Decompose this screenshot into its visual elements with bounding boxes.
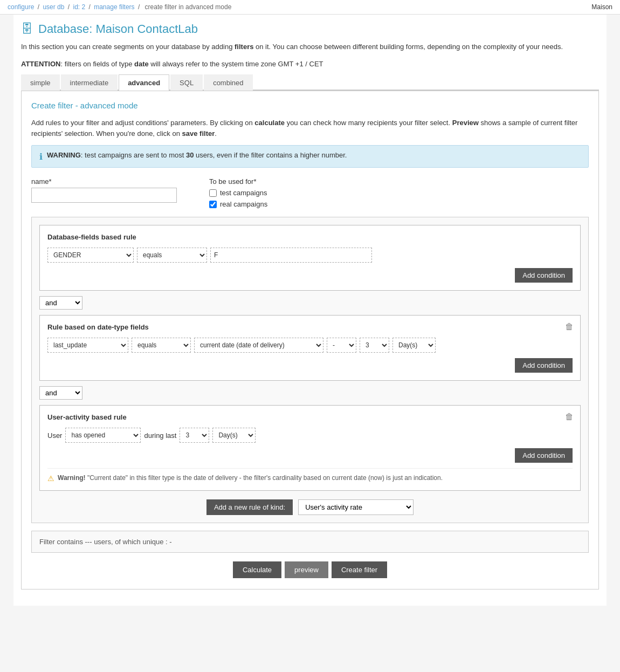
warning-icon: ⚠ <box>47 474 54 483</box>
warning-label-text: Warning! "Current date" in this filter t… <box>58 474 443 482</box>
filter-section-title: Create filter - advanced mode <box>31 101 589 110</box>
page-header: 🗄 Database: Maison ContactLab <box>21 22 599 36</box>
real-campaigns-checkbox[interactable] <box>209 201 217 208</box>
breadcrumb-id[interactable]: id: 2 <box>73 3 85 11</box>
action-buttons: Calculate preview Create filter <box>31 561 589 578</box>
tab-simple[interactable]: simple <box>21 74 60 91</box>
rules-container: Database-fields based rule GENDER EMAIL … <box>31 217 589 523</box>
page-title: Database: Maison ContactLab <box>38 22 198 36</box>
rule1-row: GENDER EMAIL FIRSTNAME LASTNAME AGE equa… <box>47 248 573 263</box>
tab-sql[interactable]: SQL <box>170 74 203 91</box>
add-new-rule-select[interactable]: User's activity rate Database-fields bas… <box>298 499 414 515</box>
breadcrumb-current: create filter in advanced mode <box>145 3 232 11</box>
rule2-delete-icon[interactable]: 🗑 <box>565 322 574 332</box>
rule3-number-select[interactable]: 1 2 3 4 5 <box>180 428 209 443</box>
filter-info-text: Add rules to your filter and adjust cond… <box>31 118 589 140</box>
rule3-row: User has opened has not opened has click… <box>47 428 573 443</box>
rule2-sign-select[interactable]: - + <box>327 338 356 353</box>
to-be-used-group: To be used for* test campaigns real camp… <box>209 177 267 208</box>
attention-text: ATTENTION: filters on fields of type dat… <box>21 60 599 68</box>
connector2-select[interactable]: and or <box>39 386 82 400</box>
top-nav: configure / user db / id: 2 / manage fil… <box>0 0 620 15</box>
rule3-activity-select[interactable]: has opened has not opened has clicked ha… <box>65 428 141 443</box>
rule1-field-select[interactable]: GENDER EMAIL FIRSTNAME LASTNAME AGE <box>47 248 134 263</box>
create-filter-button[interactable]: Create filter <box>332 561 387 578</box>
test-campaigns-checkbox[interactable] <box>209 189 217 197</box>
breadcrumb: configure / user db / id: 2 / manage fil… <box>8 3 233 11</box>
rule3-add-condition-button[interactable]: Add condition <box>515 448 573 463</box>
during-label: during last <box>144 431 176 440</box>
breadcrumb-manage-filters[interactable]: manage filters <box>94 3 134 11</box>
page-description: In this section you can create segments … <box>21 42 599 52</box>
rule2-row: last_update created_at birth_date equals… <box>47 338 573 353</box>
real-campaigns-row: real campaigns <box>209 200 267 208</box>
rule3-unit-select[interactable]: Day(s) Week(s) Month(s) <box>212 428 256 443</box>
rule3-warning: ⚠ Warning! "Current date" in this filter… <box>47 468 573 483</box>
rule1-title: Database-fields based rule <box>47 233 573 241</box>
rule2-operator-select[interactable]: equals before after between <box>132 338 191 353</box>
connector-1: and or <box>39 296 581 310</box>
user-label: User <box>47 431 62 440</box>
rule3-title: User-activity based rule <box>47 413 573 421</box>
rule2-clearfix: Add condition <box>47 353 573 373</box>
add-new-rule-row: Add a new rule of kind: User's activity … <box>39 499 581 515</box>
rule2-add-condition-button[interactable]: Add condition <box>515 358 573 373</box>
name-label: name* <box>31 177 177 186</box>
rule-block-2: 🗑 Rule based on date-type fields last_up… <box>39 315 581 381</box>
rule2-unit-select[interactable]: Day(s) Week(s) Month(s) Year(s) <box>392 338 436 353</box>
filter-footer: Filter contains --- users, of which uniq… <box>31 531 589 553</box>
rule-block-3: 🗑 User-activity based rule User has open… <box>39 405 581 491</box>
connector1-select[interactable]: and or <box>39 296 82 310</box>
filter-section: Create filter - advanced mode Add rules … <box>21 91 599 590</box>
test-campaigns-row: test campaigns <box>209 189 267 197</box>
rule2-number-select[interactable]: 1 2 3 4 5 <box>360 338 389 353</box>
connector-2: and or <box>39 386 581 400</box>
rule1-add-condition-button[interactable]: Add condition <box>515 268 573 283</box>
rule2-title: Rule based on date-type fields <box>47 323 573 331</box>
add-new-rule-button[interactable]: Add a new rule of kind: <box>206 499 293 515</box>
real-campaigns-label[interactable]: real campaigns <box>220 200 267 208</box>
breadcrumb-userdb[interactable]: user db <box>43 3 64 11</box>
user-label: Maison <box>591 3 612 11</box>
warning-box: ℹ WARNING: test campaigns are sent to mo… <box>31 145 589 168</box>
calculate-button[interactable]: Calculate <box>233 561 281 578</box>
rule1-operator-select[interactable]: equals not equals contains starts with e… <box>137 248 207 263</box>
rule2-date-ref-select[interactable]: current date (date of delivery) specific… <box>194 338 323 353</box>
tab-combined[interactable]: combined <box>204 74 252 91</box>
name-field-group: name* <box>31 177 177 203</box>
name-input[interactable] <box>31 188 177 203</box>
breadcrumb-configure[interactable]: configure <box>8 3 34 11</box>
rule2-field-select[interactable]: last_update created_at birth_date <box>47 338 128 353</box>
rule1-value-input[interactable] <box>210 248 372 263</box>
to-be-used-label: To be used for* <box>209 177 267 186</box>
database-icon: 🗄 <box>21 22 33 36</box>
form-row-top: name* To be used for* test campaigns rea… <box>31 177 589 208</box>
rule3-clearfix: Add condition <box>47 443 573 463</box>
rule1-clearfix: Add condition <box>47 263 573 283</box>
info-icon: ℹ <box>39 152 43 162</box>
rule3-delete-icon[interactable]: 🗑 <box>565 412 574 422</box>
test-campaigns-label[interactable]: test campaigns <box>220 189 267 197</box>
rule-block-1: Database-fields based rule GENDER EMAIL … <box>39 225 581 291</box>
preview-button[interactable]: preview <box>285 561 328 578</box>
tab-bar: simple intermediate advanced SQL combine… <box>21 74 599 91</box>
warning-text: WARNING: test campaigns are sent to most… <box>47 151 347 159</box>
tab-intermediate[interactable]: intermediate <box>61 74 118 91</box>
tab-advanced[interactable]: advanced <box>119 74 169 91</box>
